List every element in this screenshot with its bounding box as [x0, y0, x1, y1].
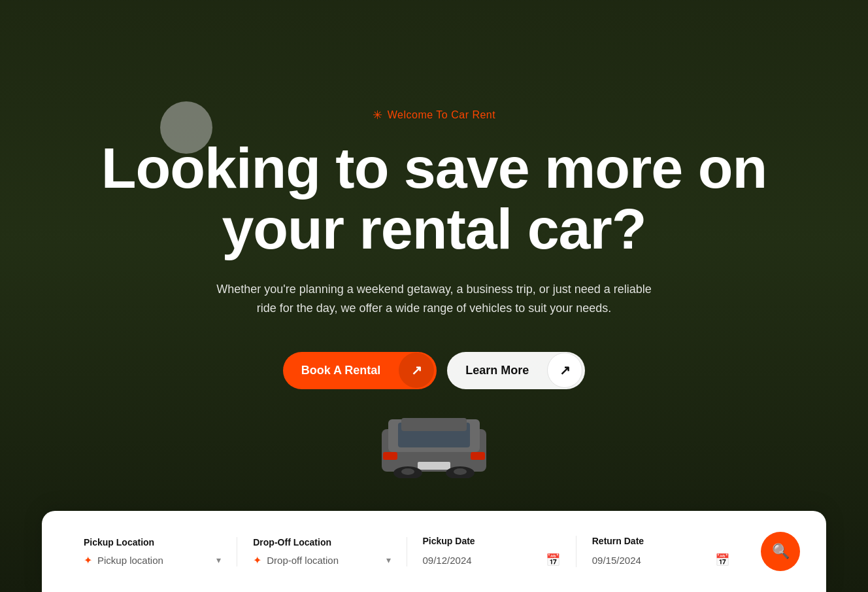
book-rental-button[interactable]: Book A Rental ↗: [283, 352, 437, 389]
pickup-date-value: 09/12/2024: [423, 555, 472, 566]
hero-title: Looking to save more on your rental car?: [101, 138, 767, 259]
dropoff-location-input-group[interactable]: ✦ Drop-off location ▾: [253, 554, 390, 566]
hero-subtitle: Whether you're planning a weekend getawa…: [212, 280, 656, 318]
pickup-location-label: Pickup Location: [84, 537, 221, 548]
return-date-field: Return Date 09/15/2024 📅: [576, 536, 745, 567]
book-rental-label: Book A Rental: [283, 352, 399, 389]
learn-more-label: Learn More: [447, 352, 547, 389]
search-button[interactable]: 🔍: [761, 532, 800, 571]
learn-arrow-icon: ↗: [547, 353, 582, 388]
pickup-date-field: Pickup Date 09/12/2024 📅: [407, 536, 576, 567]
dropoff-location-field: Drop-Off Location ✦ Drop-off location ▾: [237, 537, 407, 566]
rental-arrow-icon: ↗: [399, 353, 434, 388]
pickup-dropdown-icon: ▾: [216, 555, 221, 565]
pickup-date-label: Pickup Date: [423, 536, 560, 546]
pickup-location-input-group[interactable]: ✦ Pickup location ▾: [84, 554, 221, 566]
dropoff-dot-icon: ✦: [253, 554, 261, 566]
dropoff-location-label: Drop-Off Location: [253, 537, 390, 548]
learn-more-button[interactable]: Learn More ↗: [447, 352, 585, 389]
return-date-label: Return Date: [592, 536, 729, 546]
asterisk-icon: ✳: [373, 108, 382, 122]
search-icon: 🔍: [772, 543, 790, 560]
hero-content: ✳ Welcome To Car Rent Looking to save mo…: [0, 0, 868, 497]
pickup-dot-icon: ✦: [84, 554, 92, 566]
return-date-input-group[interactable]: 09/15/2024 📅: [592, 553, 729, 567]
welcome-text: Welcome To Car Rent: [388, 109, 495, 121]
welcome-tag: ✳ Welcome To Car Rent: [373, 108, 495, 122]
dropoff-dropdown-icon: ▾: [386, 555, 391, 565]
pickup-calendar-icon: 📅: [546, 553, 560, 567]
return-date-value: 09/15/2024: [592, 555, 641, 566]
pickup-location-field: Pickup Location ✦ Pickup location ▾: [68, 537, 237, 566]
pickup-location-value: Pickup location: [97, 555, 206, 566]
search-bar: Pickup Location ✦ Pickup location ▾ Drop…: [42, 511, 826, 592]
pickup-date-input-group[interactable]: 09/12/2024 📅: [423, 553, 560, 567]
hero-buttons: Book A Rental ↗ Learn More ↗: [283, 352, 586, 389]
return-calendar-icon: 📅: [715, 553, 729, 567]
dropoff-location-value: Drop-off location: [267, 555, 375, 566]
